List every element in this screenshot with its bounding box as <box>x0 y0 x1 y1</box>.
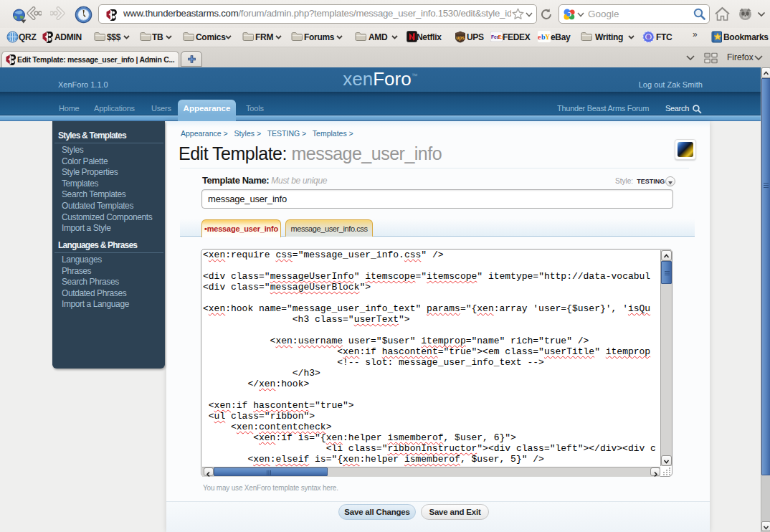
svg-text:ups: ups <box>456 35 465 41</box>
svg-text:Y: Y <box>545 33 551 41</box>
